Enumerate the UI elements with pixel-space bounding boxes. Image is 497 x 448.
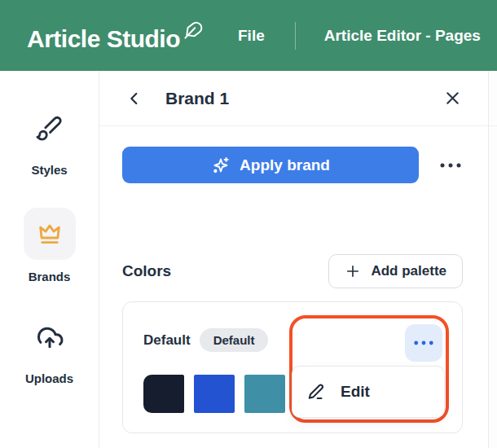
add-palette-label: Add palette xyxy=(371,263,446,279)
add-palette-button[interactable]: Add palette xyxy=(328,254,463,288)
panel-header: Brand 1 xyxy=(99,71,488,126)
palette-default-badge: Default xyxy=(200,328,269,352)
palette-name: Default xyxy=(143,332,191,349)
menu-file[interactable]: File xyxy=(238,27,265,45)
pencil-icon xyxy=(306,381,327,402)
ellipsis-icon xyxy=(413,340,434,346)
color-swatch[interactable] xyxy=(143,375,184,413)
sidebar-item-brands[interactable]: Brands xyxy=(24,208,76,283)
header-menu: File Article Editor - Pages xyxy=(238,22,481,50)
panel-title: Brand 1 xyxy=(165,89,229,108)
palette-more-button[interactable] xyxy=(405,324,442,362)
crown-icon xyxy=(36,220,64,248)
back-button[interactable] xyxy=(125,90,143,108)
color-swatch[interactable] xyxy=(194,375,235,413)
quill-icon xyxy=(182,20,203,42)
color-swatch[interactable] xyxy=(244,375,285,413)
editor-area xyxy=(489,71,497,448)
close-button[interactable] xyxy=(443,89,462,108)
sidebar-active-indicator xyxy=(24,208,76,260)
cloud-upload-icon xyxy=(35,324,64,354)
sidebar-item-uploads[interactable]: Uploads xyxy=(25,324,73,385)
palette-context-menu: Edit xyxy=(292,366,445,418)
sidebar: Styles Brands xyxy=(0,71,99,448)
brand-more-button[interactable] xyxy=(438,153,463,178)
apply-brand-button[interactable]: Apply brand xyxy=(122,147,419,183)
paintbrush-icon xyxy=(35,114,63,142)
menu-item-edit[interactable]: Edit xyxy=(292,367,444,417)
app-logo[interactable]: Article Studio xyxy=(27,20,203,51)
app-logo-text: Article Studio xyxy=(27,20,180,51)
sparkle-icon xyxy=(211,156,231,175)
sidebar-item-label: Styles xyxy=(31,163,67,177)
editor-area-top xyxy=(489,71,497,126)
close-icon xyxy=(443,89,462,108)
document-title: Article Editor - Pages xyxy=(324,27,481,45)
ellipsis-icon xyxy=(439,162,462,169)
sidebar-item-label: Uploads xyxy=(25,371,73,385)
app-header: Article Studio File Article Editor - Pag… xyxy=(0,0,497,71)
plus-icon xyxy=(345,263,361,279)
app-window: Article Studio File Article Editor - Pag… xyxy=(0,0,497,448)
chevron-left-icon xyxy=(125,90,143,108)
apply-brand-label: Apply brand xyxy=(240,156,330,174)
colors-heading: Colors xyxy=(122,262,171,280)
menu-item-edit-label: Edit xyxy=(341,383,370,401)
sidebar-item-label: Brands xyxy=(29,270,71,283)
sidebar-item-styles[interactable]: Styles xyxy=(31,114,67,177)
header-divider xyxy=(295,22,296,50)
